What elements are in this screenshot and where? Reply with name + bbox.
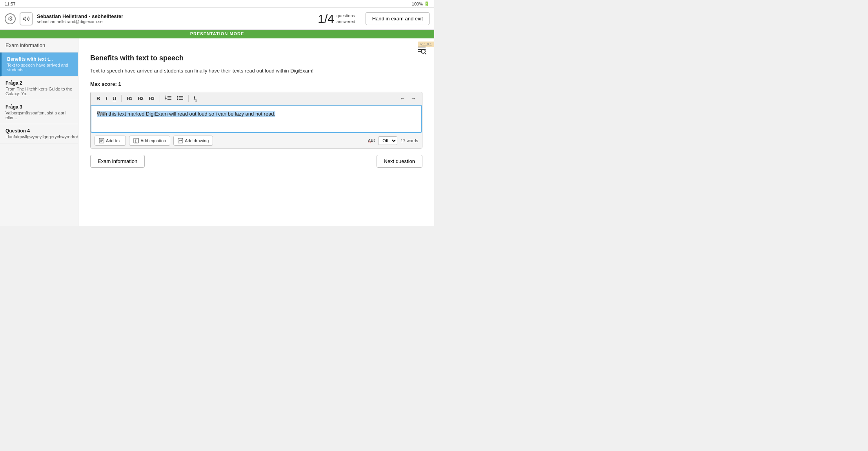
svg-point-15 <box>177 96 178 97</box>
svg-point-17 <box>177 99 178 100</box>
add-text-button[interactable]: Add text <box>95 136 126 146</box>
next-question-button[interactable]: Next question <box>377 155 423 168</box>
counter-label: questionsanswered <box>337 13 355 24</box>
svg-point-16 <box>177 97 178 98</box>
bottom-toolbar: Add text ∑ Add equation Add drawing <box>91 133 422 148</box>
sidebar-item-2[interactable]: Fråga 3 Valborgsmässoafton, sist a april… <box>0 100 78 124</box>
sidebar-item-1[interactable]: Fråga 2 From The Hitchhiker's Guide to t… <box>0 76 78 100</box>
max-score: Max score: 1 <box>90 81 422 87</box>
svg-marker-0 <box>24 16 26 21</box>
add-equation-button[interactable]: ∑ Add equation <box>129 136 170 146</box>
spellcheck-icon: ABC <box>368 138 375 144</box>
svg-text:3.: 3. <box>165 98 167 101</box>
toolbar-separator-1 <box>121 95 122 102</box>
sidebar-item-title-1: Fråga 2 <box>5 80 73 86</box>
undo-button[interactable]: ← <box>398 94 407 103</box>
settings-icon[interactable]: ⚙ <box>5 13 16 24</box>
user-info: Sebastian Hellstrand - sebhelltester seb… <box>37 13 314 24</box>
toolbar-separator-3 <box>188 95 189 102</box>
user-email: sebastian.hellstrand@digiexam.se <box>37 19 314 24</box>
selected-text[interactable]: With this text marked DigiExam will read… <box>97 111 275 117</box>
top-header: ⚙ Sebastian Hellstrand - sebhelltester s… <box>0 8 434 30</box>
underline-button[interactable]: U <box>111 94 118 103</box>
editor-body[interactable]: Text With this text marked DigiExam will… <box>91 105 422 133</box>
content-area: v11.0.1 Benefits with text to speech Tex… <box>78 38 434 226</box>
add-drawing-icon <box>178 138 183 143</box>
battery-icon: 🔋 <box>424 1 429 6</box>
redo-button[interactable]: → <box>409 94 418 103</box>
hand-in-button[interactable]: Hand in exam and exit <box>366 12 429 25</box>
sidebar-item-3[interactable]: Question 4 Llanfairpwllgwyngyllgogerychw… <box>0 124 78 143</box>
counter-number: 1/4 <box>318 12 334 25</box>
status-time: 11:57 <box>5 2 16 6</box>
sidebar: Exam information Benefits with text t...… <box>0 38 78 226</box>
sidebar-item-title-3: Question 4 <box>5 128 73 134</box>
sidebar-item-subtitle-0: Text to speech have arrived and students… <box>7 63 73 72</box>
svg-text:ABC: ABC <box>368 138 375 143</box>
sidebar-item-0[interactable]: Benefits with text t... Text to speech h… <box>0 53 78 76</box>
question-body: Text to speech have arrived and students… <box>90 67 422 75</box>
sidebar-item-title-0: Benefits with text t... <box>7 56 73 62</box>
add-equation-icon: ∑ <box>133 138 139 143</box>
question-counter: 1/4 questionsanswered <box>318 12 355 25</box>
add-text-icon <box>99 138 104 143</box>
h3-button[interactable]: H3 <box>147 95 156 102</box>
exam-info-button[interactable]: Exam information <box>90 155 145 168</box>
add-drawing-button[interactable]: Add drawing <box>173 136 213 146</box>
sidebar-item-subtitle-3: Llanfairpwllgwyngyllgogerychwyrndrobwlll… <box>5 134 73 139</box>
editor-toolbar: B I U H1 H2 H3 1. 2. 3. <box>91 92 422 106</box>
user-name: Sebastian Hellstrand - sebhelltester <box>37 13 314 19</box>
footer-buttons: Exam information Next question <box>90 155 422 168</box>
h1-button[interactable]: H1 <box>125 95 134 102</box>
status-bar: 11:57 100% 🔋 <box>0 0 434 8</box>
filter-icon[interactable] <box>415 42 429 56</box>
spellcheck-select[interactable]: Off On <box>378 136 397 145</box>
status-battery: 100% 🔋 <box>412 1 429 6</box>
speaker-icon[interactable] <box>20 12 33 25</box>
sidebar-item-subtitle-2: Valborgsmässoafton, sist a april eller..… <box>5 110 73 120</box>
question-title: Benefits with text to speech <box>90 54 422 62</box>
italic-button[interactable]: I <box>104 94 109 103</box>
unordered-list-button[interactable] <box>175 94 185 103</box>
clear-format-button[interactable]: Ix <box>192 94 199 103</box>
bold-button[interactable]: B <box>95 94 102 103</box>
main-layout: Exam information Benefits with text t...… <box>0 38 434 226</box>
ordered-list-button[interactable]: 1. 2. 3. <box>163 94 173 103</box>
editor-content[interactable]: With this text marked DigiExam will read… <box>97 110 416 118</box>
sidebar-item-subtitle-1: From The Hitchhiker's Guide to the Galax… <box>5 87 73 96</box>
sidebar-item-exam-info[interactable]: Exam information <box>0 38 78 53</box>
svg-text:∑: ∑ <box>135 139 137 143</box>
h2-button[interactable]: H2 <box>136 95 145 102</box>
toolbar-separator-2 <box>160 95 160 102</box>
svg-line-5 <box>425 53 426 54</box>
presentation-mode-banner: PRESENTATION MODE <box>0 30 434 38</box>
editor-container: B I U H1 H2 H3 1. 2. 3. <box>90 92 422 149</box>
battery-level: 100% <box>412 2 423 6</box>
sidebar-item-title-2: Fråga 3 <box>5 104 73 110</box>
word-count: 17 words <box>400 138 418 143</box>
